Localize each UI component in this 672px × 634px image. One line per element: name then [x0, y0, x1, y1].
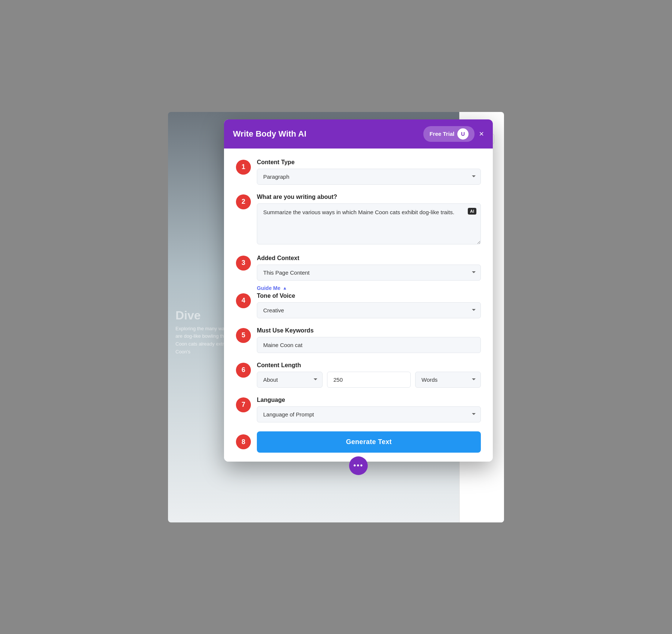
words-select[interactable]: Words Sentences Paragraphs — [415, 372, 481, 388]
step-1-row: 1 Content Type Paragraph List FAQ Quote — [236, 159, 481, 185]
writing-about-textarea[interactable]: Summarize the various ways in which Main… — [257, 203, 481, 244]
guide-me-link[interactable]: Guide Me ▲ — [257, 285, 287, 291]
guide-me-label: Guide Me — [257, 285, 280, 291]
step-3-badge: 3 — [236, 256, 251, 271]
content-length-inputs: About Exactly At least At most Words Sen… — [257, 372, 481, 388]
modal-body: 1 Content Type Paragraph List FAQ Quote … — [224, 149, 493, 462]
step-7-label: Language — [257, 397, 481, 403]
free-trial-label: Free Trial — [429, 131, 454, 137]
step-5-field: Must Use Keywords — [257, 327, 481, 353]
step-5-row: 5 Must Use Keywords — [236, 327, 481, 353]
tone-of-voice-select[interactable]: Creative Professional Casual Formal — [257, 302, 481, 318]
dots-button[interactable]: ••• — [349, 456, 368, 475]
user-initial: U — [461, 131, 465, 137]
step-2-badge: 2 — [236, 194, 251, 209]
step-3-field: Added Context This Page Content Custom C… — [257, 255, 481, 281]
step-5-badge: 5 — [236, 328, 251, 343]
step-1-field: Content Type Paragraph List FAQ Quote — [257, 159, 481, 185]
step-7-badge: 7 — [236, 397, 251, 412]
step-2-label: What are you writing about? — [257, 194, 481, 200]
language-select[interactable]: Language of Prompt English Spanish Frenc… — [257, 406, 481, 422]
step-6-badge: 6 — [236, 363, 251, 378]
ai-modal: Write Body With AI Free Trial U × 1 Co — [224, 119, 493, 462]
generate-button[interactable]: Generate Text — [257, 431, 481, 453]
added-context-select[interactable]: This Page Content Custom Context None — [257, 265, 481, 281]
modal-header: Write Body With AI Free Trial U × — [224, 119, 493, 149]
step-1-label: Content Type — [257, 159, 481, 166]
guide-me-arrow-icon: ▲ — [283, 285, 287, 291]
step-8-badge: 8 — [236, 434, 251, 449]
step-4-row: 4 Tone of Voice Creative Professional Ca… — [236, 293, 481, 318]
step-6-field: Content Length About Exactly At least At… — [257, 362, 481, 388]
step-6-label: Content Length — [257, 362, 481, 369]
content-type-select[interactable]: Paragraph List FAQ Quote — [257, 169, 481, 185]
step-3-row: 3 Added Context This Page Content Custom… — [236, 255, 481, 281]
step-4-label: Tone of Voice — [257, 293, 481, 299]
step-2-row: 2 What are you writing about? Summarize … — [236, 194, 481, 246]
screen-background: □ ▦ ⋮ + Filter ⌃ ⋮ Text ❞ ⎙ ✓ Dive Explo… — [168, 112, 504, 522]
header-right: Free Trial U × — [423, 126, 484, 142]
step-7-field: Language Language of Prompt English Span… — [257, 397, 481, 422]
step-6-row: 6 Content Length About Exactly At least … — [236, 362, 481, 388]
step-7-row: 7 Language Language of Prompt English Sp… — [236, 397, 481, 422]
step-2-field: What are you writing about? Summarize th… — [257, 194, 481, 246]
about-select[interactable]: About Exactly At least At most — [257, 372, 323, 388]
step-3-label: Added Context — [257, 255, 481, 262]
modal-title: Write Body With AI — [233, 129, 307, 139]
step-4-badge: 4 — [236, 293, 251, 308]
step-5-label: Must Use Keywords — [257, 327, 481, 334]
close-button[interactable]: × — [479, 130, 484, 138]
length-number-input[interactable] — [327, 372, 411, 388]
ai-badge: AI — [468, 208, 476, 215]
generate-row: 8 Generate Text ••• — [236, 431, 481, 453]
free-trial-badge: Free Trial U — [423, 126, 475, 142]
step-1-badge: 1 — [236, 160, 251, 175]
user-avatar: U — [457, 128, 469, 140]
textarea-wrapper: Summarize the various ways in which Main… — [257, 203, 481, 246]
step-4-field: Tone of Voice Creative Professional Casu… — [257, 293, 481, 318]
guide-me-row: Guide Me ▲ — [257, 285, 481, 291]
keywords-input[interactable] — [257, 337, 481, 353]
